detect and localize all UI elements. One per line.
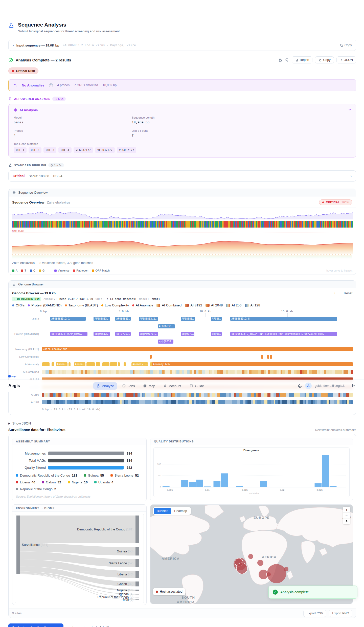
heatmap-toggle[interactable]: Heatmap — [171, 508, 190, 514]
thumbs-up-icon[interactable] — [278, 58, 282, 62]
input-sequence-bar[interactable]: › Input sequence — 19.0K bp >AF086833.2 … — [8, 40, 356, 51]
copy-results-button[interactable]: Copy — [315, 56, 334, 63]
copy-icon — [340, 43, 343, 47]
genome-segment[interactable]: AF086833… — [115, 317, 130, 321]
flask-icon — [8, 23, 14, 29]
genome-legend-item[interactable]: AI Combined — [156, 303, 181, 307]
nav-item-analyze[interactable]: Analyze — [93, 382, 117, 390]
json-download-button[interactable]: JSON — [336, 56, 356, 63]
genome-segment[interactable] — [118, 362, 120, 366]
pipeline-result-row[interactable]: Critical Score: 100.00 BSL-4 › — [8, 170, 356, 182]
genome-segment[interactable]: sp|P60171|… — [139, 332, 158, 336]
svg-text:0.025: 0.025 — [316, 488, 323, 491]
nav-item-jobs[interactable]: Jobs — [119, 382, 138, 390]
genome-segment[interactable]: Zaire ebolavirus — [42, 347, 353, 351]
risk-level: Critical — [13, 174, 25, 178]
gc-content-curve[interactable] — [12, 211, 353, 219]
zoom-in-button[interactable]: + — [334, 291, 336, 295]
genome-legend-item[interactable]: AI 128 — [245, 303, 260, 307]
genome-segment[interactable]: Anoma… — [74, 362, 86, 366]
assembly-legend-item: Republic of the Congo 2 — [16, 487, 56, 491]
genome-segment[interactable] — [267, 355, 269, 359]
genome-legend-item[interactable]: ORFs — [12, 303, 25, 307]
genome-segment[interactable]: AF086833.2… — [139, 317, 158, 321]
genome-legend-item[interactable]: AI Anomaly — [132, 303, 153, 307]
chevron-right-icon[interactable]: › — [350, 173, 352, 178]
chevron-right-icon[interactable]: › — [13, 43, 14, 47]
toast-notification[interactable]: ✓ Analysis complete — [268, 586, 357, 599]
genome-segment[interactable] — [150, 355, 152, 359]
avatar[interactable] — [305, 383, 312, 389]
genome-segment[interactable] — [261, 355, 263, 359]
environment-sankey[interactable]: Democratic Republic of the Congo (181)Gu… — [15, 514, 142, 602]
genome-segment[interactable]: sp|Q77DJ… — [115, 332, 130, 336]
export-csv-button[interactable]: Export CSV — [303, 610, 326, 617]
genome-segment[interactable]: Anomaly 68% — [152, 362, 353, 366]
genome-segment[interactable] — [86, 362, 95, 366]
export-png-button[interactable]: Export PNG — [329, 610, 352, 617]
genome-segment[interactable]: AF086… — [211, 317, 222, 321]
map-zoom-in-button[interactable]: + — [343, 507, 350, 513]
heatmap-strip[interactable] — [42, 400, 353, 404]
genome-segment[interactable]: AF08683… — [181, 317, 195, 321]
nav-item-account[interactable]: Account — [160, 382, 184, 390]
help-icon[interactable]: ? — [49, 83, 53, 87]
reset-button[interactable]: Reset — [344, 291, 352, 295]
genome-segment[interactable] — [96, 362, 100, 366]
genome-segment[interactable]: AF086833.2_8 — [230, 317, 337, 321]
heatmap-strip[interactable] — [42, 393, 353, 397]
genome-segment[interactable] — [52, 362, 54, 366]
legend-item: Virulence — [54, 269, 70, 272]
genome-legend-item[interactable]: AI 2048 — [206, 303, 223, 307]
genome-segment[interactable]: Anoma… — [56, 362, 67, 366]
report-button[interactable]: Report — [292, 56, 313, 63]
genome-segment[interactable] — [124, 362, 126, 366]
zoom-out-button[interactable]: − — [339, 291, 341, 295]
flask-icon — [96, 384, 100, 388]
heatmap-strip[interactable] — [42, 370, 353, 374]
genome-segment[interactable] — [42, 362, 49, 366]
critical-percent-badge: CRITICAL 100% — [319, 199, 352, 205]
genome-segment[interactable]: Anomaly 5… — [131, 362, 148, 366]
sequence-barcode[interactable] — [12, 221, 352, 228]
job-history-link[interactable]: Job History — [100, 626, 116, 627]
genome-segment[interactable]: AF086833… — [158, 324, 175, 328]
brand-logo[interactable]: Aegis — [8, 383, 20, 388]
genome-segment[interactable]: sp|Q77D… — [181, 332, 194, 336]
thumbs-down-icon[interactable] — [285, 58, 289, 62]
ai-duration-badge: ◷ 6.6s — [52, 97, 65, 101]
genome-segment[interactable] — [110, 362, 117, 366]
genome-segment[interactable]: sp|Q05318|L_EBOZM RNA-directed RNA polym… — [230, 332, 337, 336]
map-zoom-out-button[interactable]: − — [343, 513, 350, 519]
moon-icon[interactable] — [298, 384, 302, 388]
genome-legend-item[interactable]: Protein (DIAMOND) — [28, 303, 61, 307]
genome-segment[interactable]: sp|Q0532… — [158, 340, 174, 344]
genome-segment[interactable]: sp|P18272|NCAP_EBOZ… — [50, 332, 87, 336]
assembly-legend-item: Gabon 32 — [42, 480, 61, 484]
genome-legend-item[interactable]: Low Complexity — [101, 303, 129, 307]
virulence-coverage-curve[interactable] — [12, 233, 353, 255]
logout-icon[interactable] — [352, 384, 356, 388]
analyze-another-button[interactable]: ↻ Analyze Another Sequence — [8, 623, 63, 627]
nav-item-map[interactable]: Map — [140, 382, 158, 390]
genome-segment[interactable]: sp|Q0512… — [94, 332, 110, 336]
copy-sequence-button[interactable]: Copy — [340, 43, 352, 47]
compass-icon[interactable] — [343, 519, 350, 524]
chevron-down-icon[interactable] — [348, 108, 352, 112]
show-json-toggle[interactable]: ▶ Show JSON — [8, 421, 356, 425]
genome-legend-item[interactable]: AI 256 — [226, 303, 241, 307]
bubbles-toggle[interactable]: Bubbles — [154, 508, 171, 514]
divergence-histogram[interactable]: Divergence0501000.0050.010.0150.020.025s… — [154, 448, 349, 496]
nav-item-guide[interactable]: Guide — [186, 382, 207, 390]
target-icon — [12, 191, 16, 194]
genome-segment[interactable] — [102, 362, 109, 366]
genome-segment[interactable]: AF086833… — [94, 317, 110, 321]
genome-segment[interactable]: AF086833.2_1 — [50, 317, 86, 321]
genome-segment[interactable] — [69, 362, 71, 366]
genome-legend-item[interactable]: AI 8192 — [185, 303, 202, 307]
genome-segment[interactable]: sp|Q0… — [211, 332, 222, 336]
sequence-title: Sequence Overview — [12, 200, 44, 204]
genome-track-row: AI Combined — [42, 370, 353, 374]
genome-segment[interactable] — [270, 355, 272, 359]
genome-legend-item[interactable]: Taxonomy (BLAST) — [65, 303, 98, 307]
